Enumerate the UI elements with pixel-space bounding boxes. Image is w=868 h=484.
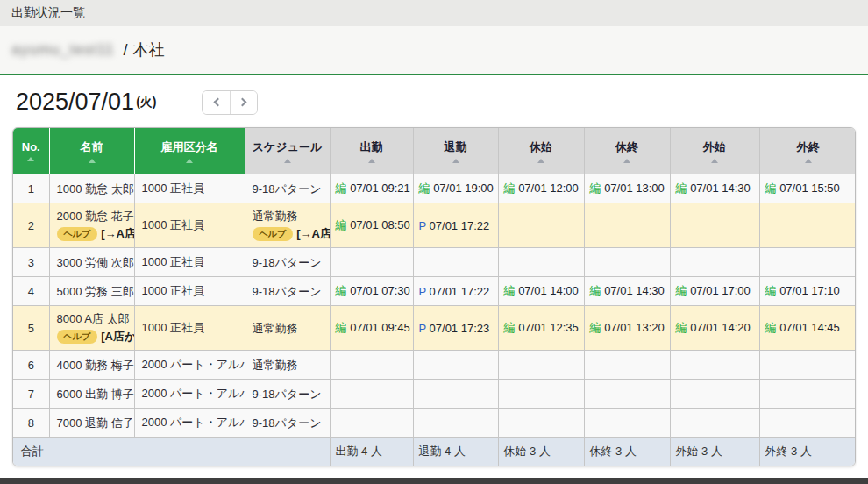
sort-asc-icon [186, 159, 193, 163]
cell-break-end: 編 07/01 13:20 [584, 306, 670, 351]
current-date: 2025/07/01 [16, 89, 134, 116]
column-header-outing-end[interactable]: 外終 [759, 128, 856, 174]
time-value: 07/01 12:35 [518, 321, 579, 334]
transfer-note: [A店から] [101, 327, 134, 345]
breadcrumb-location: 本社 [133, 39, 165, 60]
column-label: 名前 [81, 139, 103, 155]
cell-clock-in: 編 07/01 07:30 [330, 277, 413, 306]
cell-name: 7000 退勤 信子 [49, 409, 134, 438]
sort-asc-icon [368, 159, 375, 163]
edited-mark: 編 [336, 218, 347, 231]
table-row: 33000 労働 次郎1000 正社員9-18パターン [13, 248, 856, 277]
time-value: 07/01 09:45 [350, 321, 410, 334]
cell-schedule: 9-18パターン [245, 409, 330, 438]
punch-mark: P [419, 219, 426, 232]
total-label: 合計 [13, 438, 330, 466]
cell-employment: 1000 正社員 [134, 174, 245, 203]
cell-break-start [498, 248, 584, 277]
column-header-break-end[interactable]: 休終 [584, 128, 670, 174]
cell-name: 3000 労働 次郎 [49, 248, 134, 277]
edited-mark: 編 [504, 284, 516, 297]
cell-break-end: 編 07/01 14:30 [584, 277, 670, 306]
cell-outing-start [670, 203, 759, 248]
time-value: 07/01 13:20 [604, 321, 665, 334]
cell-clock-in: 編 07/01 09:21 [330, 174, 413, 203]
cell-clock-out [413, 409, 498, 438]
cell-clock-out [413, 248, 498, 277]
cell-no: 2 [13, 203, 49, 248]
edited-mark: 編 [765, 284, 777, 297]
edited-mark: 編 [676, 182, 687, 195]
cell-break-start [498, 351, 584, 380]
column-header-no[interactable]: No. [13, 128, 49, 174]
time-value: 07/01 19:00 [433, 182, 494, 195]
cell-break-start [498, 203, 584, 248]
day-nav [202, 90, 258, 115]
cell-employment: 1000 正社員 [134, 277, 245, 306]
time-value: 07/01 14:30 [690, 182, 751, 195]
cell-clock-in: 編 07/01 08:50 [330, 203, 413, 248]
cell-employment: 2000 パート・アルバイト [134, 409, 245, 438]
cell-no: 8 [13, 409, 49, 438]
prev-day-button[interactable] [203, 91, 230, 114]
cell-schedule: 通常勤務ヘルプ[→A店] [245, 203, 330, 248]
cell-break-start: 編 07/01 14:00 [498, 277, 584, 306]
column-header-employment[interactable]: 雇用区分名 [134, 128, 245, 174]
punch-mark: P [419, 322, 426, 335]
time-value: 07/01 15:50 [779, 182, 840, 195]
edited-mark: 編 [336, 182, 347, 195]
cell-schedule: 9-18パターン [245, 248, 330, 277]
time-value: 07/01 14:00 [518, 284, 579, 297]
time-value: 07/01 17:22 [430, 219, 490, 232]
column-label: 休終 [615, 139, 638, 155]
column-header-outing-start[interactable]: 外始 [670, 128, 759, 174]
edited-mark: 編 [336, 284, 347, 297]
cell-clock-in [330, 409, 413, 438]
cell-outing-end: 編 07/01 17:10 [759, 277, 856, 306]
transfer-note: [→A店] [296, 224, 330, 243]
cell-outing-start: 編 07/01 17:00 [670, 277, 759, 306]
column-header-clock-out[interactable]: 退勤 [413, 128, 498, 174]
sort-asc-icon [537, 159, 544, 163]
column-header-schedule[interactable]: スケジュール [245, 128, 330, 174]
cell-break-start: 編 07/01 12:00 [498, 174, 584, 203]
cell-name: 5000 労務 三郎 [49, 277, 134, 306]
cell-outing-start: 編 07/01 14:20 [670, 306, 759, 351]
cell-name: 8000 A店 太郎ヘルプ[A店から] [49, 306, 134, 351]
cell-break-end [584, 380, 670, 409]
time-value: 07/01 09:21 [350, 182, 410, 195]
cell-outing-start [670, 380, 759, 409]
breadcrumb: ayumu_test11 / 本社 [0, 26, 868, 75]
column-header-break-start[interactable]: 休始 [498, 128, 584, 174]
cell-schedule: 9-18パターン [245, 380, 330, 409]
transfer-note: [→A店] [101, 224, 134, 243]
total-outing-end: 外終 3 人 [759, 438, 856, 466]
attendance-table: No.名前雇用区分名スケジュール出勤退勤休始休終外始外終11000 勤怠 太郎1… [13, 128, 856, 466]
cell-schedule: 9-18パターン [245, 174, 330, 203]
time-value: 07/01 17:22 [430, 285, 490, 298]
cell-outing-end [759, 203, 856, 248]
cell-no: 6 [13, 351, 49, 380]
edited-mark: 編 [419, 182, 430, 195]
app-title-bar: 出勤状況一覧 [0, 0, 868, 26]
time-value: 07/01 12:00 [518, 182, 579, 195]
cell-clock-in [330, 248, 413, 277]
cell-employment: 2000 パート・アルバイト [134, 351, 245, 380]
cell-no: 7 [13, 380, 49, 409]
cell-name: 6000 出勤 博子 [49, 380, 134, 409]
cell-outing-start: 編 07/01 14:30 [670, 174, 759, 203]
column-header-name[interactable]: 名前 [49, 128, 134, 174]
bottom-bar [0, 478, 868, 484]
cell-no: 1 [13, 174, 49, 203]
cell-clock-in [330, 380, 413, 409]
edited-mark: 編 [590, 182, 601, 195]
next-day-button[interactable] [230, 91, 257, 114]
table-row: 11000 勤怠 太郎1000 正社員9-18パターン編 07/01 09:21… [13, 174, 856, 203]
cell-name: 4000 勤務 梅子 [49, 351, 134, 380]
cell-employment: 1000 正社員 [134, 248, 245, 277]
column-header-clock-in[interactable]: 出勤 [330, 128, 413, 174]
edited-mark: 編 [765, 321, 777, 334]
time-value: 07/01 08:50 [350, 218, 410, 231]
cell-no: 5 [13, 306, 49, 351]
edited-mark: 編 [590, 284, 601, 297]
